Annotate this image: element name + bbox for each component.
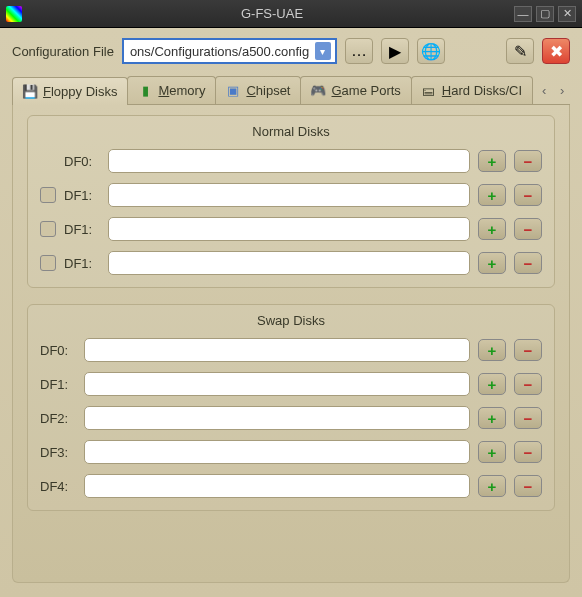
swap-df2-input[interactable]: [84, 406, 470, 430]
drive-label: DF0:: [64, 154, 100, 169]
disk-row: DF1: + −: [40, 183, 542, 207]
drive-label: DF1:: [64, 222, 100, 237]
remove-button[interactable]: −: [514, 218, 542, 240]
disk-row: DF1: + −: [40, 217, 542, 241]
config-file-select[interactable]: ons/Configurations/a500.config ▾: [122, 38, 337, 64]
disk-row: DF3: + −: [40, 440, 542, 464]
disk-row: DF0: + −: [40, 149, 542, 173]
df0-input[interactable]: [108, 149, 470, 173]
remove-button[interactable]: −: [514, 373, 542, 395]
df1-input[interactable]: [108, 251, 470, 275]
tab-scroll-right[interactable]: ›: [554, 80, 570, 100]
drive-label: DF0:: [40, 343, 76, 358]
maximize-button[interactable]: ▢: [536, 6, 554, 22]
globe-button[interactable]: 🌐: [417, 38, 445, 64]
play-button[interactable]: ▶: [381, 38, 409, 64]
close-window-button[interactable]: ✕: [558, 6, 576, 22]
titlebar: G-FS-UAE — ▢ ✕: [0, 0, 582, 28]
minimize-button[interactable]: —: [514, 6, 532, 22]
plus-icon: +: [488, 342, 497, 359]
plus-icon: +: [488, 444, 497, 461]
tab-game-ports[interactable]: 🎮 Game Ports: [300, 76, 411, 104]
app-window: G-FS-UAE — ▢ ✕ Configuration File ons/Co…: [0, 0, 582, 597]
minus-icon: −: [524, 153, 533, 170]
add-button[interactable]: +: [478, 252, 506, 274]
drive-label: DF1:: [64, 256, 100, 271]
drive-label: DF1:: [64, 188, 100, 203]
floppy-icon: 💾: [23, 85, 37, 99]
swap-df0-input[interactable]: [84, 338, 470, 362]
tab-hard-disks[interactable]: 🖴 Hard Disks/CI: [411, 76, 533, 104]
df1-input[interactable]: [108, 217, 470, 241]
tab-label: Game Ports: [331, 83, 400, 98]
tab-scroll-left[interactable]: ‹: [536, 80, 552, 100]
edit-button[interactable]: ✎: [506, 38, 534, 64]
add-button[interactable]: +: [478, 373, 506, 395]
play-icon: ▶: [389, 42, 401, 61]
tab-label: Hard Disks/CI: [442, 83, 522, 98]
plus-icon: +: [488, 187, 497, 204]
drive-label: DF3:: [40, 445, 76, 460]
disk-row: DF1: + −: [40, 372, 542, 396]
swap-disks-title: Swap Disks: [40, 313, 542, 328]
minus-icon: −: [524, 410, 533, 427]
remove-button[interactable]: −: [514, 407, 542, 429]
config-file-label: Configuration File: [12, 44, 114, 59]
minus-icon: −: [524, 342, 533, 359]
enable-checkbox[interactable]: [40, 255, 56, 271]
plus-icon: +: [488, 255, 497, 272]
tab-floppy-disks[interactable]: 💾 Floppy Disks: [12, 77, 128, 105]
tab-chipset[interactable]: ▣ Chipset: [215, 76, 301, 104]
disk-row: DF1: + −: [40, 251, 542, 275]
swap-df4-input[interactable]: [84, 474, 470, 498]
add-button[interactable]: +: [478, 339, 506, 361]
add-button[interactable]: +: [478, 407, 506, 429]
add-button[interactable]: +: [478, 218, 506, 240]
remove-button[interactable]: −: [514, 184, 542, 206]
content-area: Configuration File ons/Configurations/a5…: [0, 28, 582, 597]
plus-icon: +: [488, 410, 497, 427]
minus-icon: −: [524, 376, 533, 393]
add-button[interactable]: +: [478, 184, 506, 206]
enable-checkbox[interactable]: [40, 187, 56, 203]
add-button[interactable]: +: [478, 475, 506, 497]
minus-icon: −: [524, 221, 533, 238]
disk-row: DF2: + −: [40, 406, 542, 430]
df1-input[interactable]: [108, 183, 470, 207]
plus-icon: +: [488, 153, 497, 170]
pencil-icon: ✎: [514, 42, 527, 61]
browse-button[interactable]: …: [345, 38, 373, 64]
plus-icon: +: [488, 376, 497, 393]
tab-label: Floppy Disks: [43, 84, 117, 99]
drive-label: DF2:: [40, 411, 76, 426]
normal-disks-title: Normal Disks: [40, 124, 542, 139]
enable-checkbox[interactable]: [40, 221, 56, 237]
tab-panel: Normal Disks DF0: + − DF1: + −: [12, 105, 570, 583]
remove-button[interactable]: −: [514, 150, 542, 172]
minus-icon: −: [524, 255, 533, 272]
gamepad-icon: 🎮: [311, 84, 325, 98]
swap-df1-input[interactable]: [84, 372, 470, 396]
swap-disks-group: Swap Disks DF0: + − DF1: + − DF2: +: [27, 304, 555, 511]
remove-button[interactable]: −: [514, 441, 542, 463]
ellipsis-icon: …: [351, 42, 367, 60]
config-file-value: ons/Configurations/a500.config: [130, 44, 309, 59]
tab-bar: 💾 Floppy Disks ▮ Memory ▣ Chipset 🎮 Game…: [12, 76, 570, 105]
normal-disks-group: Normal Disks DF0: + − DF1: + −: [27, 115, 555, 288]
add-button[interactable]: +: [478, 150, 506, 172]
remove-button[interactable]: −: [514, 339, 542, 361]
remove-button[interactable]: −: [514, 475, 542, 497]
tab-label: Memory: [158, 83, 205, 98]
add-button[interactable]: +: [478, 441, 506, 463]
disk-row: DF0: + −: [40, 338, 542, 362]
swap-df3-input[interactable]: [84, 440, 470, 464]
chevron-down-icon: ▾: [315, 42, 331, 60]
tab-memory[interactable]: ▮ Memory: [127, 76, 216, 104]
drive-label: DF4:: [40, 479, 76, 494]
harddisk-icon: 🖴: [422, 84, 436, 98]
exit-button[interactable]: ✖: [542, 38, 570, 64]
close-icon: ✖: [550, 42, 563, 61]
disk-row: DF4: + −: [40, 474, 542, 498]
remove-button[interactable]: −: [514, 252, 542, 274]
plus-icon: +: [488, 221, 497, 238]
